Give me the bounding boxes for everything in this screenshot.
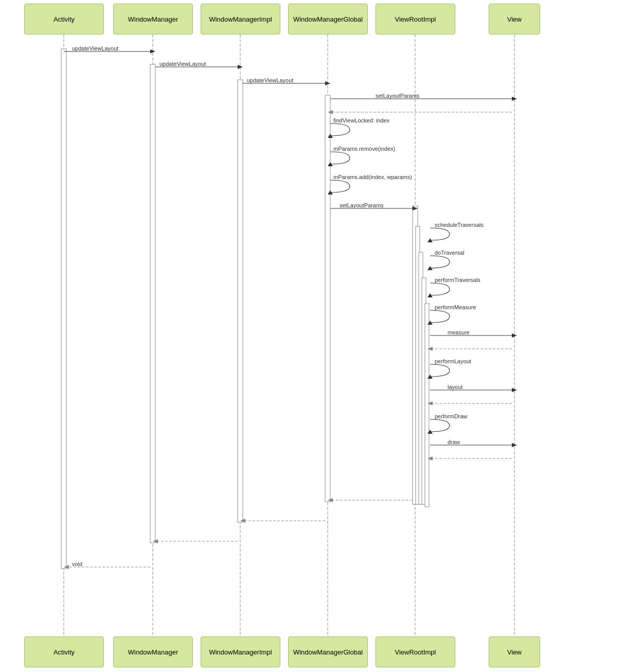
actor-windowmanagerglobal-bottom: WindowManagerGlobal [288,636,368,667]
sequence-diagram-svg [0,0,643,672]
actor-viewrootimpl-top: ViewRootImpl [376,4,455,34]
label-scheduletraversals: scheduleTraversals [435,222,484,228]
svg-marker-20 [325,81,330,85]
svg-marker-25 [328,134,333,138]
label-void: void [72,561,82,567]
svg-marker-53 [153,539,158,543]
label-performlayout: performLayout [435,358,471,364]
svg-rect-14 [425,304,429,507]
svg-rect-7 [150,64,155,543]
svg-marker-30 [427,238,433,242]
actor-activity-bottom: Activity [24,636,104,667]
label-mparams-remove: mParams.remove(index) [333,146,395,152]
label-mparams-add: mParams.add(index, wparams) [333,174,412,180]
svg-rect-11 [416,226,420,504]
svg-marker-38 [427,375,433,379]
svg-marker-42 [427,401,433,405]
svg-marker-33 [427,321,433,325]
actor-windowmanager-top: WindowManager [113,4,193,34]
svg-marker-32 [427,293,433,297]
svg-rect-6 [61,49,66,569]
actor-windowmanagerimpl-bottom: WindowManagerImpl [201,636,280,667]
actor-view-bottom: View [489,636,540,667]
actor-viewrootimpl-bottom: ViewRootImpl [376,636,455,667]
svg-marker-31 [427,266,433,270]
label-findviewlocked: findViewLocked: index [333,117,389,123]
svg-marker-45 [512,443,517,447]
svg-rect-10 [413,206,418,504]
label-updateviewlayout-3: updateViewLayout [247,77,293,83]
actor-windowmanagerglobal-top: WindowManagerGlobal [288,4,368,34]
diagram-container: updateViewLayout updateViewLayout update… [0,0,643,672]
svg-rect-8 [238,80,243,522]
svg-marker-40 [512,388,517,392]
label-performmeasure: performMeasure [435,304,476,310]
label-performdraw: performDraw [435,413,468,419]
label-dotraversal: doTraversal [435,250,465,256]
label-updateviewlayout-2: updateViewLayout [159,61,206,67]
svg-rect-12 [419,252,423,504]
svg-marker-24 [328,110,333,114]
actor-view-top: View [489,4,540,34]
svg-marker-16 [150,49,155,54]
actor-windowmanagerimpl-top: WindowManagerImpl [201,4,280,34]
svg-rect-9 [325,95,330,502]
actor-windowmanager-bottom: WindowManager [113,636,193,667]
svg-marker-22 [512,97,517,101]
label-setlayoutparams-2: setLayoutParams [340,202,384,208]
label-draw: draw [448,439,460,445]
label-measure: measure [448,329,470,335]
svg-rect-13 [422,278,426,504]
actor-activity-top: Activity [24,4,104,34]
svg-marker-55 [64,565,69,569]
label-updateviewlayout-1: updateViewLayout [72,45,118,51]
svg-marker-43 [427,430,433,434]
svg-marker-37 [427,347,433,351]
svg-marker-47 [427,456,433,461]
svg-marker-51 [240,519,245,523]
svg-marker-18 [238,65,243,69]
svg-marker-29 [413,206,418,210]
label-performtraversals: performTraversals [435,277,480,283]
label-layout: layout [448,384,462,390]
svg-marker-26 [328,162,333,166]
svg-marker-35 [512,333,517,338]
svg-marker-27 [328,190,333,194]
svg-marker-49 [328,498,333,502]
label-setlayoutparams-1: setLayoutParams [376,93,420,99]
